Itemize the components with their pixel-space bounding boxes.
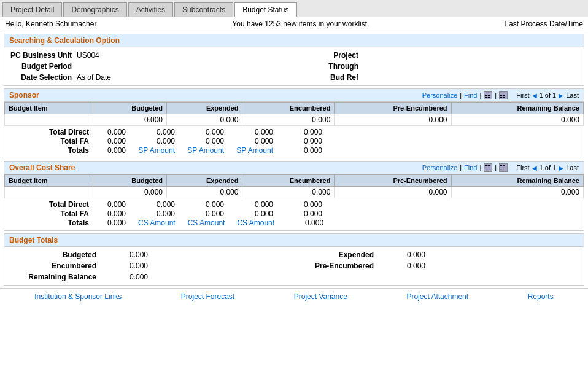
cs-totals-row: Totals 0.000 CS Amount CS Amount CS Amou… (9, 219, 579, 227)
sponsor-controls: Personalize | Find | ☷ | ☷ First ◀ 1 of … (422, 91, 579, 99)
sponsor-last[interactable]: Last (566, 92, 579, 99)
project-variance-link[interactable]: Project Variance (294, 292, 347, 301)
pre-encumbered-label: Pre-Encumbered (294, 262, 374, 270)
cost-share-grid-icon[interactable]: ☷ (484, 163, 492, 172)
tab-activities[interactable]: Activities (128, 2, 173, 17)
sponsor-totals-remaining: 0.000 (285, 146, 335, 155)
sponsor-total-direct-row: Total Direct 0.000 0.000 0.000 0.000 0.0… (9, 128, 579, 136)
tab-demographics[interactable]: Demographics (63, 2, 126, 17)
sponsor-budgeted: 0.000 (93, 114, 167, 126)
sponsor-grid-icon[interactable]: ☷ (484, 91, 492, 99)
pc-business-unit-label: PC Business Unit (10, 51, 72, 60)
tab-budget-status[interactable]: Budget Status (234, 2, 296, 17)
expended-label: Expended (294, 251, 374, 259)
cost-share-first[interactable]: First (516, 164, 529, 171)
footer-links: Institution & Sponsor Links Project Fore… (0, 288, 588, 305)
cs-col-encumbered: Encumbered (242, 175, 335, 187)
cs-total-direct-label: Total Direct (9, 200, 89, 209)
cost-share-last[interactable]: Last (566, 164, 579, 171)
cs-total-direct-pre-enc: 0.000 (236, 200, 285, 209)
cs-total-fa-encumbered: 0.000 (187, 209, 236, 218)
cs-totals-encumbered-link[interactable]: CS Amount (188, 219, 238, 227)
cs-budget-item (5, 187, 93, 198)
budget-period-row: Budget Period (10, 62, 291, 71)
tab-bar: Project Detail Demographics Activities S… (0, 0, 588, 17)
sponsor-section: Sponsor Personalize | Find | ☷ | ☷ First… (4, 88, 584, 158)
cs-budgeted: 0.000 (93, 187, 167, 198)
sponsor-total-fa-remaining: 0.000 (285, 137, 335, 146)
sponsor-prev-arrow[interactable]: ◀ (532, 92, 537, 99)
cost-share-chart-icon[interactable]: ☷ (499, 163, 508, 172)
cost-share-personalize-link[interactable]: Personalize (422, 164, 457, 171)
sponsor-expended: 0.000 (167, 114, 242, 126)
sponsor-chart-icon[interactable]: ☷ (499, 91, 508, 99)
cost-share-totals: Total Direct 0.000 0.000 0.000 0.000 0.0… (4, 198, 584, 230)
budgeted-value: 0.000 (99, 251, 148, 259)
page-header: Hello, Kenneth Schumacher You have 1253 … (0, 17, 588, 31)
pre-encumbered-value: 0.000 (376, 262, 425, 270)
sponsor-totals-encumbered-link[interactable]: SP Amount (187, 146, 236, 155)
cost-share-section-header: Overall Cost Share Personalize | Find | … (4, 162, 584, 174)
cs-expended: 0.000 (167, 187, 242, 198)
cost-share-table-row: 0.000 0.000 0.000 0.000 0.000 (5, 187, 584, 198)
tab-subcontracts[interactable]: Subcontracts (174, 2, 233, 17)
through-label: Through (297, 62, 358, 71)
project-row: Project (297, 51, 578, 60)
reports-link[interactable]: Reports (528, 292, 554, 301)
tab-project-detail[interactable]: Project Detail (2, 2, 62, 17)
cs-totals-pre-enc-link[interactable]: CS Amount (237, 219, 287, 227)
col-budget-item: Budget Item (5, 103, 93, 114)
cs-col-remaining: Remaining Balance (451, 175, 584, 187)
user-greeting: Hello, Kenneth Schumacher (5, 20, 96, 28)
project-forecast-link[interactable]: Project Forecast (181, 292, 234, 301)
cs-totals-expended-link[interactable]: CS Amount (138, 219, 188, 227)
sponsor-table-row: 0.000 0.000 0.000 0.000 0.000 (5, 114, 584, 126)
cs-encumbered: 0.000 (242, 187, 335, 198)
sponsor-next-arrow[interactable]: ▶ (559, 92, 563, 99)
cs-total-direct-row: Total Direct 0.000 0.000 0.000 0.000 0.0… (9, 200, 579, 209)
budget-totals-content: Budgeted 0.000 Expended 0.000 Encumbered… (4, 247, 584, 285)
cs-totals-remaining: 0.000 (287, 219, 336, 227)
cs-total-fa-row: Total FA 0.000 0.000 0.000 0.000 0.000 (9, 209, 579, 218)
sponsor-find-link[interactable]: Find (464, 92, 477, 99)
cost-share-table: Budget Item Budgeted Expended Encumbered… (4, 174, 584, 198)
cs-col-pre-encumbered: Pre-Encumbered (335, 175, 451, 187)
sponsor-table: Budget Item Budgeted Expended Encumbered… (4, 102, 584, 126)
last-process-date: Last Process Date/Time (505, 20, 583, 28)
cs-total-direct-encumbered: 0.000 (187, 200, 236, 209)
budget-period-label: Budget Period (10, 62, 72, 71)
cost-share-next-arrow[interactable]: ▶ (559, 165, 563, 171)
sponsor-total-fa-label: Total FA (9, 137, 89, 146)
sponsor-total-direct-remaining: 0.000 (285, 128, 335, 136)
encumbered-row: Encumbered 0.000 (17, 262, 294, 270)
col-remaining-balance: Remaining Balance (451, 103, 584, 114)
sponsor-totals-expended-link[interactable]: SP Amount (138, 146, 187, 155)
worklist-message: You have 1253 new items in your worklist… (232, 20, 369, 28)
through-row: Through (297, 62, 578, 71)
project-attachment-link[interactable]: Project Attachment (406, 292, 468, 301)
sponsor-encumbered: 0.000 (242, 114, 335, 126)
cost-share-table-headers: Budget Item Budgeted Expended Encumbered… (5, 175, 584, 187)
budgeted-label: Budgeted (17, 251, 96, 259)
cost-share-find-link[interactable]: Find (464, 164, 477, 171)
sponsor-total-fa-budgeted: 0.000 (89, 137, 138, 146)
date-selection-value: As of Date (77, 73, 111, 82)
sponsor-total-fa-pre-enc: 0.000 (236, 137, 285, 146)
sponsor-total-direct-label: Total Direct (9, 128, 89, 136)
institution-sponsor-link[interactable]: Institution & Sponsor Links (34, 292, 122, 301)
encumbered-value: 0.000 (99, 262, 148, 270)
sponsor-first[interactable]: First (516, 92, 529, 99)
bud-ref-label: Bud Ref (297, 73, 358, 82)
sponsor-totals-budgeted: 0.000 (89, 146, 138, 155)
cost-share-prev-arrow[interactable]: ◀ (532, 165, 537, 171)
sponsor-personalize-link[interactable]: Personalize (422, 92, 457, 99)
cs-total-direct-remaining: 0.000 (285, 200, 335, 209)
sponsor-total-fa-row: Total FA 0.000 0.000 0.000 0.000 0.000 (9, 137, 579, 146)
pc-business-unit-value: US004 (77, 51, 99, 60)
sponsor-totals-pre-enc-link[interactable]: SP Amount (236, 146, 285, 155)
date-selection-label: Date Selection (10, 73, 72, 82)
cs-total-fa-expended: 0.000 (138, 209, 187, 218)
budgeted-row: Budgeted 0.000 (17, 251, 294, 259)
remaining-balance-value: 0.000 (99, 273, 148, 281)
col-pre-encumbered: Pre-Encumbered (335, 103, 451, 114)
